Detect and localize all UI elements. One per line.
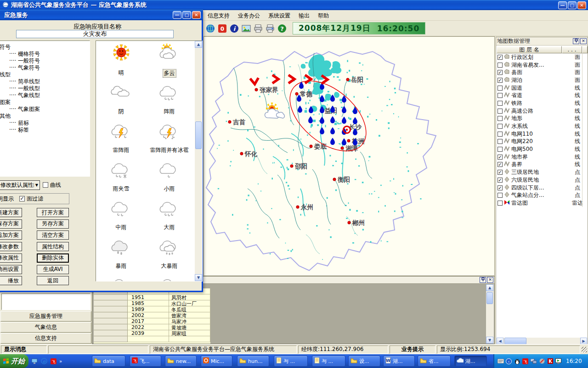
menu-item-帮助[interactable]: 帮助 [314, 11, 333, 21]
layer-visibility-checkbox[interactable]: ✓ [498, 70, 503, 75]
dialog-button-属性结构[interactable]: 属性结构 [37, 242, 69, 251]
weather-symbol-阵雨[interactable]: 阵雨 [145, 82, 193, 115]
bottom-vertical-scrollbar[interactable]: ▲ ▼ [486, 284, 494, 344]
dialog-button-修改参数[interactable]: 修改参数 [0, 242, 22, 251]
layer-visibility-checkbox[interactable]: ✓ [498, 185, 503, 190]
layer-visibility-checkbox[interactable] [498, 132, 503, 137]
tree-item-简单线型[interactable]: ···· 简单线型 [0, 78, 90, 85]
quicklaunch-fetion-icon[interactable]: 飞 [50, 357, 57, 365]
taskbar-button-省...-9[interactable]: 省... [418, 356, 451, 367]
scroll-left-icon[interactable]: ◀ [497, 338, 503, 345]
dialog-button-播放[interactable]: 播放 [0, 276, 22, 285]
layer-visibility-checkbox[interactable] [498, 93, 503, 98]
dialog-button-返回[interactable]: 返回 [37, 276, 69, 285]
layer-visibility-checkbox[interactable] [498, 109, 503, 114]
layer-row-六级居民地[interactable]: ✓六级居民地点 [496, 176, 587, 184]
layer-row-雷达图[interactable]: 雷达图雷达 [496, 199, 587, 207]
dialog-maximize-button[interactable]: ▢ [182, 11, 191, 19]
tree-item-一般符号[interactable]: ···· 一般符号 [0, 58, 90, 64]
printer-alt-icon[interactable] [265, 23, 275, 34]
weather-symbol-雷阵雨并有冰雹[interactable]: 雷阵雨并有冰雹 [145, 121, 193, 154]
weather-symbol-大暴雨[interactable]: 大暴雨 [145, 237, 193, 270]
layer-row-湖泊[interactable]: ✓湖泊面 [496, 76, 587, 84]
symbol-scrollbar[interactable]: ▲ ▼ [195, 41, 202, 281]
tree-item-气象图案[interactable]: ···· 气象图案 [0, 106, 90, 113]
layer-row-水系线[interactable]: 水系线线 [496, 122, 587, 130]
dialog-button-新建方案[interactable]: 新建方案 [0, 208, 22, 217]
taskbar-button-data-0[interactable]: data [92, 356, 125, 367]
app-close-button[interactable]: ✕ [577, 1, 586, 9]
pin-icon[interactable] [480, 277, 486, 283]
scroll-down-icon[interactable]: ▼ [195, 274, 202, 281]
table-row[interactable]: 2002曾家湾 [94, 312, 210, 318]
app-maximize-button[interactable]: ▢ [568, 1, 577, 9]
menu-item-系统设置[interactable]: 系统设置 [264, 11, 294, 21]
menu-item-信息支持[interactable]: 信息支持 [204, 11, 234, 21]
curve-checkbox[interactable]: 曲线 [43, 181, 61, 189]
taskbar-button-Mic...-3[interactable]: Mic... [201, 356, 232, 367]
tree-item-栅格符号[interactable]: ···· 栅格符号 [0, 51, 90, 58]
dialog-button-生成AVI[interactable]: 生成AVI [37, 265, 69, 274]
dialog-minimize-button[interactable]: — [173, 11, 181, 19]
layer-row-高速公路[interactable]: 高速公路线 [496, 107, 587, 115]
tray-fetion-icon[interactable]: 飞 [522, 358, 529, 365]
tray-monitor-icon[interactable] [555, 358, 562, 365]
dialog-button-删除实体[interactable]: 删除实体 [37, 253, 69, 263]
dialog-close-button[interactable]: ✕ [192, 11, 201, 19]
quicklaunch-desktop-icon[interactable] [30, 357, 38, 365]
app-minimize-button[interactable]: — [558, 1, 567, 9]
layer-row-湖南省易发...[interactable]: 湖南省易发...面 [496, 61, 587, 69]
layer-row-电网500[interactable]: 电网500线 [496, 145, 587, 153]
dialog-button-打开方案[interactable]: 打开方案 [37, 208, 69, 217]
dialog-button-追加方案[interactable]: 追加方案 [0, 230, 22, 240]
layer-visibility-checkbox[interactable] [498, 147, 503, 152]
layer-row-电网220[interactable]: 电网220线 [496, 138, 587, 146]
weather-symbol-partial[interactable] [97, 276, 145, 282]
table-row[interactable] [94, 336, 210, 342]
taskbar-button-hun...-4[interactable]: hun... [237, 356, 269, 367]
layer-visibility-checkbox[interactable] [498, 63, 503, 68]
dialog-button-动画设置[interactable]: 动画设置 [0, 265, 22, 274]
layer-col-options-header[interactable]: . . . [562, 46, 582, 53]
image-icon[interactable] [241, 23, 251, 34]
sidebar-bar-气象信息[interactable]: 气象信息 [0, 322, 91, 333]
tray-qq-icon[interactable] [514, 358, 520, 365]
table-row[interactable]: 1951凤羽村 [94, 294, 210, 300]
layer-row-地市界[interactable]: ✓地市界线 [496, 153, 587, 161]
taskbar-button-与 ...-5[interactable]: 与 ... [274, 356, 308, 367]
start-button[interactable]: 开始 [0, 354, 28, 368]
tree-item-气象线型[interactable]: ···· 气象线型 [0, 92, 90, 99]
tray-lang-icon[interactable]: ‹ [505, 358, 512, 365]
table-row[interactable]: 1989冬瓜咀 [94, 306, 210, 312]
dialog-button-另存方案[interactable]: 另存方案 [37, 219, 69, 229]
tree-item-线型[interactable]: 线型 [0, 71, 90, 78]
tree-item-符号[interactable]: 符号 [0, 44, 90, 51]
layer-row-三级居民地[interactable]: ✓三级居民地点 [496, 168, 587, 176]
layer-visibility-checkbox[interactable] [498, 116, 503, 121]
weather-symbol-晴[interactable]: 晴 [97, 44, 145, 77]
menu-item-业务办公[interactable]: 业务办公 [234, 11, 264, 21]
dialog-button-修改属性[interactable]: 修改属性 [0, 253, 22, 263]
layer-row-电网110[interactable]: 电网110线 [496, 130, 587, 138]
layer-visibility-checkbox[interactable]: ✓ [498, 55, 503, 60]
tray-keyboard-icon[interactable] [497, 358, 504, 365]
table-row[interactable]: 2039周家咀 [94, 330, 210, 336]
weather-symbol-小雨[interactable]: 小雨 [145, 160, 193, 193]
tray-blocked-icon[interactable] [538, 358, 545, 365]
layer-row-行政区划[interactable]: ✓行政区划面 [496, 53, 587, 61]
layer-visibility-checkbox[interactable]: ✓ [498, 78, 503, 83]
curve-checkbox-box[interactable] [43, 182, 48, 188]
menu-item-输出[interactable]: 输出 [294, 11, 314, 21]
map-canvas[interactable]: 张家界岳阳常德吉首益阳长沙娄底株洲湘潭怀化邵阳衡阳永州郴州 [204, 37, 494, 276]
tree-item-标签[interactable]: ···· 标签 [0, 126, 90, 133]
tray-kaspersky-icon[interactable]: K [547, 358, 554, 365]
table-row[interactable]: 1985水口山一厂 [94, 300, 210, 306]
layer-visibility-checkbox[interactable] [498, 101, 503, 106]
dialog-button-清空方案[interactable]: 清空方案 [37, 230, 69, 240]
weather-symbol-中雨[interactable]: 中雨 [97, 198, 145, 231]
station-table[interactable]: 1951凤羽村1985水口山一厂1989冬瓜咀2002曾家湾2017马家冲202… [94, 288, 210, 344]
face-filter-checkbox-box[interactable]: ✓ [19, 196, 25, 201]
taskbar-button-设...-7[interactable]: 设... [348, 356, 380, 367]
quicklaunch-overflow-icon[interactable]: » [59, 359, 62, 364]
quicklaunch-ie-icon[interactable]: e [40, 357, 48, 365]
